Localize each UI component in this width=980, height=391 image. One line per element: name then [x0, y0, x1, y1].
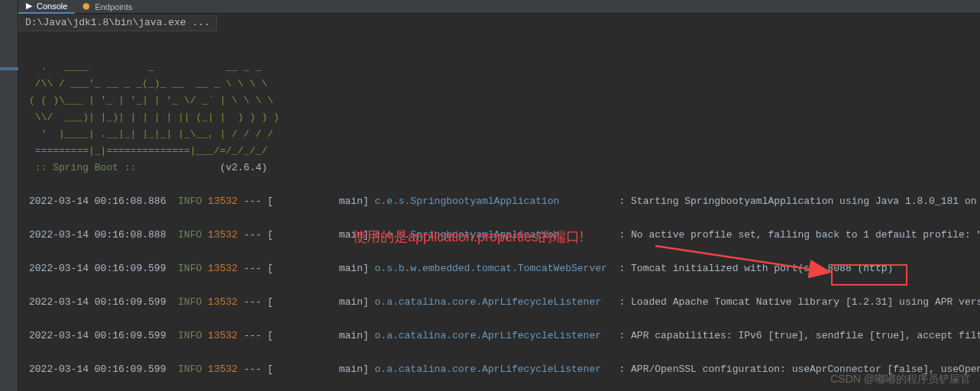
- log-pid: 13532: [208, 330, 238, 341]
- log-level: INFO: [178, 364, 202, 375]
- log-msg-pre: Starting SpringbootyamlApplication using…: [631, 196, 980, 207]
- log-logger: o.s.b.w.embedded.tomcat.TomcatWebServer: [375, 263, 607, 274]
- log-sep: :: [607, 263, 631, 274]
- log-level: INFO: [178, 196, 202, 207]
- log-level: INFO: [178, 263, 202, 274]
- log-thread: main: [339, 263, 363, 274]
- log-row-1: 2022-03-14 00:16:08.888 INFO 13532 --- […: [29, 227, 980, 244]
- gutter-marker: [0, 67, 18, 70]
- log-ts: 2022-03-14 00:16:09.599: [29, 330, 166, 341]
- log-ts: 2022-03-14 00:16:08.886: [29, 196, 166, 207]
- log-ts: 2022-03-14 00:16:09.599: [29, 263, 166, 274]
- log-sep: :: [601, 296, 631, 308]
- log-logger: c.e.s.SpringbootyamlApplication: [375, 229, 560, 241]
- log-row-5: 2022-03-14 00:16:09.599 INFO 13532 --- […: [29, 361, 980, 378]
- tab-console[interactable]: ▶ Console: [18, 0, 75, 14]
- spring-boot-version: (v2.6.4): [142, 162, 267, 173]
- log-pid: 13532: [208, 229, 238, 241]
- log-sep: :: [559, 196, 631, 207]
- tab-endpoints-label: Endpoints: [95, 2, 132, 11]
- log-sep: --- [: [244, 263, 339, 274]
- log-thread: main: [339, 364, 363, 375]
- left-gutter: [0, 0, 18, 391]
- log-sep: --- [: [244, 229, 339, 241]
- endpoints-icon: ⬢: [82, 2, 90, 11]
- log-pid: 13532: [208, 196, 238, 207]
- log-level: INFO: [178, 229, 202, 241]
- log-sep: --- [: [244, 330, 339, 341]
- log-sep: --- [: [244, 196, 339, 207]
- log-msg: APR capabilities: IPv6 [true], sendfile …: [631, 330, 980, 341]
- log-thread: main: [339, 229, 363, 241]
- log-sep: ]: [363, 330, 375, 341]
- log-row-4: 2022-03-14 00:16:09.599 INFO 13532 --- […: [29, 328, 980, 344]
- log-row-0: 2022-03-14 00:16:08.886 INFO 13532 --- […: [29, 193, 980, 210]
- log-msg: APR/OpenSSL configuration: useAprConnect…: [631, 364, 980, 375]
- log-logger: o.a.catalina.core.AprLifecycleListener: [375, 296, 601, 308]
- log-msg: No active profile set, falling back to 1…: [631, 229, 980, 241]
- log-thread: main: [339, 296, 363, 308]
- log-sep: --- [: [244, 296, 339, 308]
- log-sep: ]: [363, 229, 375, 241]
- log-pid: 13532: [208, 296, 238, 308]
- log-sep: :: [559, 229, 631, 241]
- log-ts: 2022-03-14 00:16:09.599: [29, 296, 166, 308]
- log-sep: ]: [363, 296, 375, 308]
- tab-console-label: Console: [37, 2, 67, 11]
- console-output[interactable]: . ____ _ __ _ _ /\\ / ___'_ __ _ _(_)_ _…: [18, 34, 980, 391]
- log-sep: ]: [363, 263, 375, 274]
- log-ts: 2022-03-14 00:16:09.599: [29, 364, 166, 375]
- tab-endpoints[interactable]: ⬢ Endpoints: [75, 0, 140, 14]
- log-sep: --- [: [244, 364, 339, 375]
- log-sep: ]: [363, 364, 375, 375]
- log-logger: c.e.s.SpringbootyamlApplication: [375, 196, 560, 207]
- spring-boot-label: :: Spring Boot ::: [29, 162, 142, 173]
- log-sep: ]: [363, 196, 375, 207]
- log-row-3: 2022-03-14 00:16:09.599 INFO 13532 --- […: [29, 294, 980, 311]
- run-tool-tabs: ▶ Console ⬢ Endpoints: [18, 0, 980, 14]
- log-thread: main: [339, 330, 363, 341]
- command-line[interactable]: D:\Java\jdk1.8\bin\java.exe ...: [18, 15, 217, 31]
- log-msg: Loaded Apache Tomcat Native library [1.2…: [631, 296, 980, 308]
- log-logger: o.a.catalina.core.AprLifecycleListener: [375, 364, 601, 375]
- log-ts: 2022-03-14 00:16:08.888: [29, 229, 166, 241]
- log-level: INFO: [178, 296, 202, 308]
- log-msg: Tomcat initialized with port(s): 8088 (h…: [631, 263, 893, 274]
- log-thread: main: [339, 196, 363, 207]
- log-sep: :: [601, 364, 631, 375]
- log-logger: o.a.catalina.core.AprLifecycleListener: [375, 330, 601, 341]
- log-pid: 13532: [208, 263, 238, 274]
- log-row-2: 2022-03-14 00:16:09.599 INFO 13532 --- […: [29, 260, 980, 277]
- log-sep: :: [601, 330, 631, 341]
- log-level: INFO: [178, 330, 202, 341]
- ascii-banner: . ____ _ __ _ _ /\\ / ___'_ __ _ _(_)_ _…: [29, 61, 280, 157]
- log-pid: 13532: [208, 364, 238, 375]
- console-icon: ▶: [26, 1, 32, 11]
